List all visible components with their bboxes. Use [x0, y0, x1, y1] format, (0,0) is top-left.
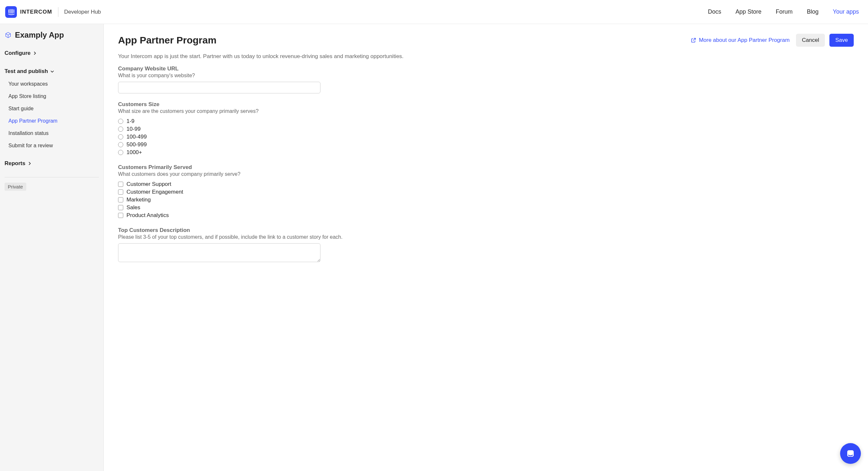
checkbox-label: Customer Support: [126, 181, 171, 188]
main-content: App Partner Program More about our App P…: [104, 24, 868, 471]
page-title: App Partner Program: [118, 35, 216, 46]
sidebar-group-label: Test and publish: [4, 68, 48, 74]
checkbox-option[interactable]: Customer Engagement: [118, 188, 345, 196]
checkbox-label: Sales: [126, 205, 141, 211]
cube-icon: [4, 31, 12, 39]
checkbox-option[interactable]: Customer Support: [118, 180, 345, 188]
radio-input[interactable]: [118, 134, 123, 139]
sidebar-item-submit-review[interactable]: Submit for a review: [4, 139, 99, 152]
checkbox-label: Marketing: [126, 196, 151, 203]
brand: INTERCOM Developer Hub: [5, 6, 101, 18]
sidebar-group-label: Reports: [4, 160, 25, 167]
main-header: App Partner Program More about our App P…: [118, 34, 854, 47]
field-top-customers: Top Customers Description Please list 3-…: [118, 227, 345, 263]
radio-label: 10-99: [126, 126, 141, 132]
more-about-link[interactable]: More about our App Partner Program: [690, 37, 792, 43]
radio-option[interactable]: 100-499: [118, 133, 345, 141]
brand-divider: [58, 7, 58, 17]
chevron-right-icon: [32, 51, 37, 56]
sidebar-item-app-store-listing[interactable]: App Store listing: [4, 90, 99, 102]
radio-input[interactable]: [118, 142, 123, 147]
sidebar-item-app-partner-program[interactable]: App Partner Program: [4, 115, 99, 127]
radio-label: 1000+: [126, 149, 142, 156]
nav-your-apps[interactable]: Your apps: [833, 8, 859, 15]
nav-forum[interactable]: Forum: [776, 8, 793, 15]
radio-label: 100-499: [126, 134, 147, 140]
sidebar-item-installation-status[interactable]: Installation status: [4, 127, 99, 139]
radio-option[interactable]: 1000+: [118, 149, 345, 156]
sidebar-group-test-publish[interactable]: Test and publish: [4, 65, 99, 78]
chevron-down-icon: [50, 69, 55, 74]
app-title-row: Examply App: [0, 31, 103, 44]
field-help: What customers does your company primari…: [118, 171, 345, 177]
save-button[interactable]: Save: [829, 34, 854, 47]
field-label: Customers Primarily Served: [118, 164, 345, 170]
checkbox-option[interactable]: Marketing: [118, 196, 345, 204]
field-label: Customers Size: [118, 101, 345, 108]
intro-text: Your Intercom app is just the start. Par…: [118, 53, 854, 60]
checkbox-option[interactable]: Product Analytics: [118, 212, 345, 219]
radio-input[interactable]: [118, 126, 123, 132]
visibility-badge: Private: [4, 183, 26, 191]
top-customers-textarea[interactable]: [118, 243, 320, 262]
sidebar-item-start-guide[interactable]: Start guide: [4, 102, 99, 115]
top-nav: Docs App Store Forum Blog Your apps: [708, 8, 859, 15]
radio-input[interactable]: [118, 119, 123, 124]
field-label: Company Website URL: [118, 65, 345, 72]
nav-blog[interactable]: Blog: [807, 8, 819, 15]
radio-label: 1-9: [126, 118, 134, 125]
radio-label: 500-999: [126, 142, 147, 148]
checkbox-input[interactable]: [118, 189, 123, 195]
nav-app-store[interactable]: App Store: [735, 8, 761, 15]
brand-subtitle: Developer Hub: [64, 9, 101, 15]
messenger-icon: [846, 449, 855, 458]
nav-docs[interactable]: Docs: [708, 8, 721, 15]
checkbox-input[interactable]: [118, 213, 123, 218]
checkbox-input[interactable]: [118, 205, 123, 210]
sidebar-item-your-workspaces[interactable]: Your workspaces: [4, 78, 99, 90]
cancel-button[interactable]: Cancel: [796, 34, 825, 47]
field-label: Top Customers Description: [118, 227, 345, 233]
field-company-url: Company Website URL What is your company…: [118, 65, 345, 93]
radio-input[interactable]: [118, 150, 123, 155]
field-help: Please list 3-5 of your top customers, a…: [118, 234, 345, 240]
sidebar-divider: [4, 177, 99, 178]
app-title: Examply App: [15, 31, 64, 39]
field-help: What is your company's website?: [118, 73, 345, 78]
radio-option[interactable]: 500-999: [118, 141, 345, 149]
sidebar-group-configure[interactable]: Configure: [4, 47, 99, 60]
top-header: INTERCOM Developer Hub Docs App Store Fo…: [0, 0, 868, 24]
checkbox-label: Customer Engagement: [126, 189, 183, 195]
field-help: What size are the customers your company…: [118, 108, 345, 114]
header-actions: More about our App Partner Program Cance…: [690, 34, 854, 47]
messenger-fab[interactable]: [840, 443, 861, 464]
external-link-icon: [690, 37, 696, 43]
checkbox-label: Product Analytics: [126, 212, 169, 219]
checkbox-option[interactable]: Sales: [118, 204, 345, 212]
radio-option[interactable]: 1-9: [118, 118, 345, 125]
field-customers-served: Customers Primarily Served What customer…: [118, 164, 345, 219]
field-customer-size: Customers Size What size are the custome…: [118, 101, 345, 156]
sidebar: Examply App Configure Test and publish Y…: [0, 24, 104, 471]
intercom-logo-icon: [5, 6, 17, 18]
chevron-right-icon: [27, 161, 32, 166]
radio-option[interactable]: 10-99: [118, 125, 345, 133]
checkbox-input[interactable]: [118, 197, 123, 202]
checkbox-input[interactable]: [118, 182, 123, 187]
sidebar-group-label: Configure: [4, 50, 30, 57]
company-url-input[interactable]: [118, 82, 320, 93]
brand-name: INTERCOM: [20, 9, 52, 15]
more-about-link-label: More about our App Partner Program: [699, 37, 790, 43]
sidebar-group-reports[interactable]: Reports: [4, 157, 99, 170]
